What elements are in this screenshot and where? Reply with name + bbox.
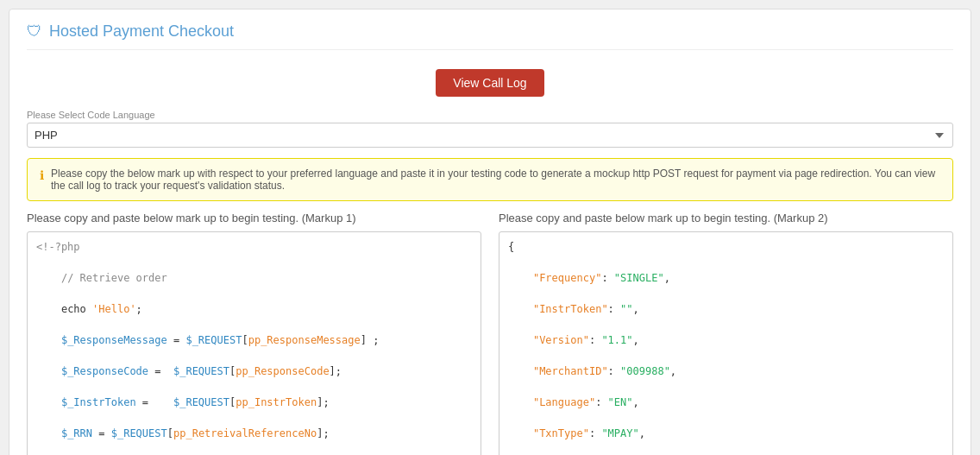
markup2-label: Please copy and paste below mark up to b… bbox=[499, 212, 953, 224]
markup2-code: { "Frequency": "SINGLE", "InstrToken": "… bbox=[508, 239, 944, 455]
select-label: Please Select Code Language bbox=[27, 110, 953, 120]
view-call-log-button[interactable]: View Call Log bbox=[436, 69, 543, 97]
markup1-col: Please copy and paste below mark up to b… bbox=[27, 212, 481, 455]
view-call-log-section: View Call Log bbox=[27, 60, 953, 110]
info-text: Please copy the below mark up with respe… bbox=[51, 167, 940, 192]
shield-icon: 🛡 bbox=[27, 22, 42, 41]
markup2-code-area[interactable]: { "Frequency": "SINGLE", "InstrToken": "… bbox=[499, 231, 953, 455]
markup-section: Please copy and paste below mark up to b… bbox=[27, 212, 953, 455]
markup2-col: Please copy and paste below mark up to b… bbox=[499, 212, 953, 455]
markup1-code: <!-?php // Retrieve order echo 'Hello'; … bbox=[36, 239, 472, 455]
info-box: ℹ Please copy the below mark up with res… bbox=[27, 158, 953, 201]
language-select[interactable]: PHP Java Python ASP.NET bbox=[27, 123, 953, 148]
page-title: Hosted Payment Checkout bbox=[49, 22, 234, 41]
markup1-label: Please copy and paste below mark up to b… bbox=[27, 212, 481, 224]
language-select-section: Please Select Code Language PHP Java Pyt… bbox=[27, 110, 953, 148]
info-icon: ℹ bbox=[40, 168, 44, 182]
markup1-code-area[interactable]: <!-?php // Retrieve order echo 'Hello'; … bbox=[27, 231, 481, 455]
